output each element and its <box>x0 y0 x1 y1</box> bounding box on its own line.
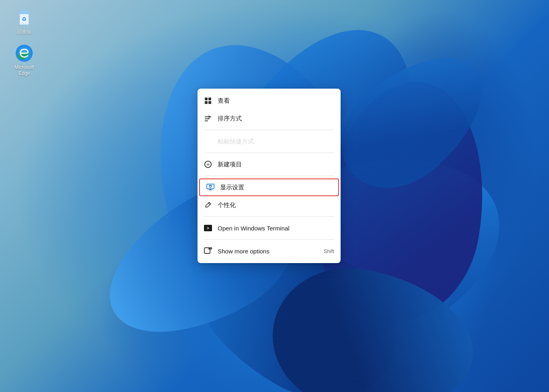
desktop-icons: ♻ 回收站 <box>8 8 40 77</box>
view-icon <box>204 97 212 105</box>
menu-item-sort[interactable]: 排序方式 <box>198 110 341 127</box>
divider-1 <box>204 130 334 130</box>
divider-3 <box>204 176 334 176</box>
display-settings-icon <box>206 183 214 191</box>
menu-item-terminal[interactable]: Open in Windows Terminal <box>198 219 341 237</box>
terminal-box-icon <box>204 225 212 231</box>
edge-svg <box>15 44 33 62</box>
recycle-bin-label: 回收站 <box>17 29 31 35</box>
svg-rect-8 <box>207 184 214 189</box>
terminal-label: Open in Windows Terminal <box>218 225 334 232</box>
display-svg <box>206 183 214 191</box>
edge-image <box>15 44 34 63</box>
paste-shortcut-icon <box>204 137 212 145</box>
desktop: ♻ 回收站 <box>0 0 549 392</box>
more-options-label: Show more options <box>218 248 318 255</box>
menu-item-more-options[interactable]: Show more options Shift <box>198 242 341 260</box>
sort-svg <box>204 115 212 122</box>
pencil-svg <box>204 201 212 209</box>
terminal-icon <box>204 224 212 232</box>
menu-item-paste-shortcut: 粘贴快捷方式 <box>198 133 341 150</box>
menu-item-personalize[interactable]: 个性化 <box>198 196 341 214</box>
microsoft-edge-icon[interactable]: Microsoft Edge <box>8 44 40 77</box>
new-item-label: 新建项目 <box>218 161 334 168</box>
more-options-icon <box>204 247 212 255</box>
divider-4 <box>204 216 334 217</box>
context-menu: 查看 排序方式 粘贴快捷方式 + <box>198 89 341 263</box>
sort-icon <box>204 114 212 122</box>
menu-item-new[interactable]: + 新建项目 <box>198 156 341 173</box>
more-options-shortcut: Shift <box>324 248 334 254</box>
paste-shortcut-label: 粘贴快捷方式 <box>218 138 334 145</box>
divider-5 <box>204 239 334 240</box>
svg-text:♻: ♻ <box>22 16 27 22</box>
display-settings-label: 显示设置 <box>220 184 332 191</box>
view-label: 查看 <box>218 97 334 105</box>
sort-label: 排序方式 <box>218 115 334 122</box>
svg-line-12 <box>208 203 210 205</box>
plus-circle-icon: + <box>204 161 212 168</box>
recycle-bin-svg: ♻ <box>15 8 33 27</box>
menu-item-display-settings[interactable]: 显示设置 <box>199 178 339 196</box>
edge-label: Microsoft Edge <box>8 64 40 77</box>
menu-item-view[interactable]: 查看 <box>198 92 341 110</box>
personalize-label: 个性化 <box>218 201 334 209</box>
recycle-bin-icon[interactable]: ♻ 回收站 <box>8 8 40 35</box>
new-item-icon: + <box>204 160 212 168</box>
svg-point-11 <box>210 186 212 188</box>
divider-2 <box>204 153 334 153</box>
svg-rect-1 <box>21 10 27 12</box>
recycle-bin-image: ♻ <box>15 8 34 27</box>
expand-svg <box>204 247 212 255</box>
personalize-icon <box>204 201 212 209</box>
